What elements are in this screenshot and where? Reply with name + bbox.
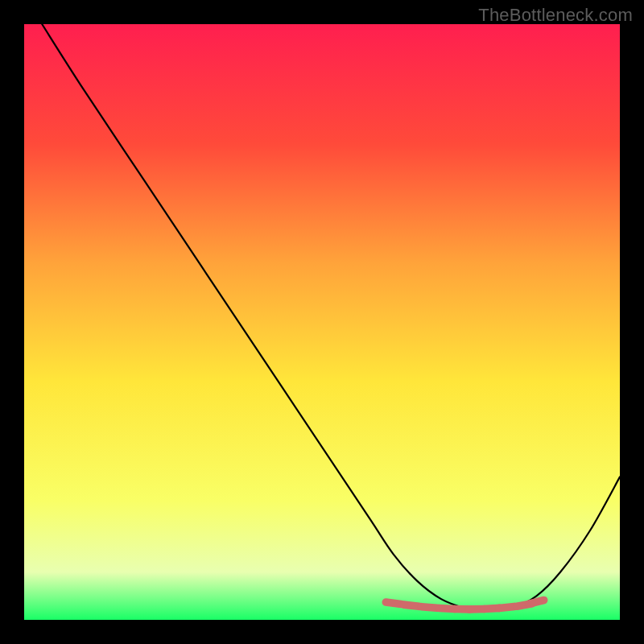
bottom-mark xyxy=(386,602,401,605)
bottom-mark xyxy=(403,605,419,606)
bottom-mark xyxy=(499,606,514,608)
gradient-background xyxy=(24,24,620,620)
chart-svg xyxy=(24,24,620,620)
watermark-text: TheBottleneck.com xyxy=(478,5,633,26)
bottom-mark xyxy=(422,607,437,609)
plot-area xyxy=(24,24,620,620)
chart-frame: TheBottleneck.com xyxy=(0,0,644,644)
bottom-mark xyxy=(529,600,544,604)
